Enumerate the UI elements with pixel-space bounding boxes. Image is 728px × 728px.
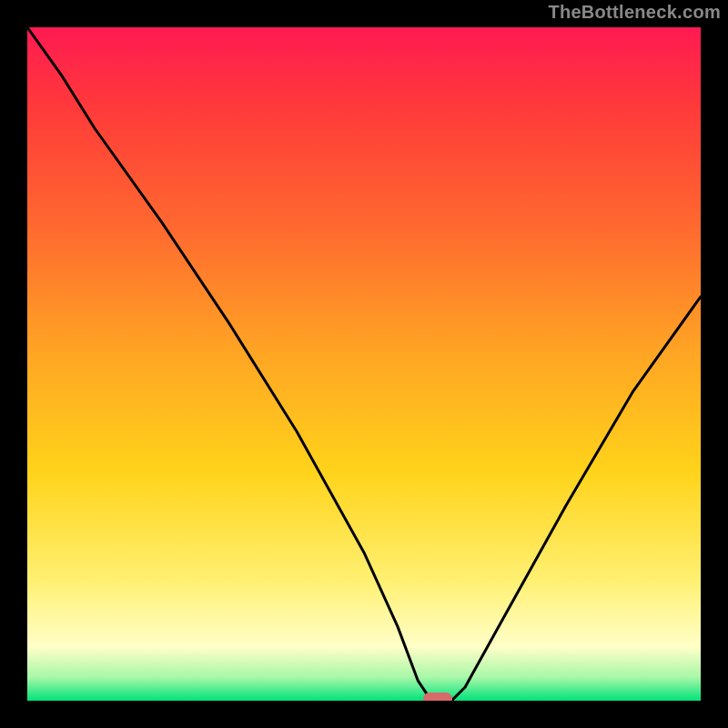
- bottleneck-curve: [27, 27, 701, 701]
- chart-container: TheBottleneck.com: [0, 0, 728, 728]
- optimal-marker: [423, 693, 452, 701]
- plot-area: [27, 27, 701, 701]
- watermark-text: TheBottleneck.com: [548, 2, 721, 23]
